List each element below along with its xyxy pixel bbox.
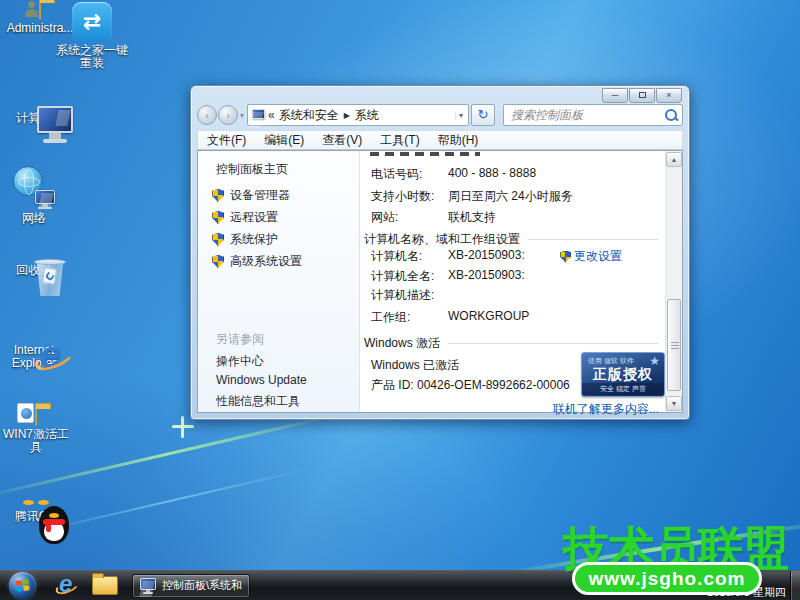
full-name-value: XB-20150903:	[448, 268, 525, 282]
forward-button[interactable]: ›	[218, 105, 238, 125]
phone-label: 电话号码:	[371, 166, 422, 183]
uac-shield-icon	[212, 233, 224, 246]
address-dropdown-icon[interactable]: ▾	[455, 111, 466, 120]
description-label: 计算机描述:	[371, 287, 434, 304]
network-monitor-icon	[35, 190, 57, 208]
system-page-icon	[252, 109, 266, 121]
change-settings-link[interactable]: 更改设置	[574, 248, 622, 265]
menu-view[interactable]: 查看(V)	[313, 132, 371, 149]
taskbar-ie-button[interactable]: e	[50, 573, 84, 599]
change-settings-action[interactable]: 更改设置	[560, 248, 622, 265]
refresh-button[interactable]: ↻	[471, 104, 495, 126]
breadcrumb-separator[interactable]: ▶	[344, 111, 350, 120]
back-button[interactable]: ‹	[197, 105, 217, 125]
computer-name-label: 计算机名:	[371, 248, 422, 265]
ie-icon: e	[55, 574, 79, 598]
online-support-link[interactable]: 联机支持	[448, 209, 496, 226]
scroll-up-icon[interactable]: ▲	[666, 152, 682, 167]
reinstall-app-icon: ⇄	[72, 2, 112, 42]
learn-more-online-link[interactable]: 联机了解更多内容...	[553, 401, 659, 418]
menu-bar: 文件(F) 编辑(E) 查看(V) 工具(T) 帮助(H)	[197, 130, 683, 150]
desktop-icon-internet-explorer[interactable]: e Internet Explorer	[0, 324, 72, 370]
uac-shield-icon	[212, 211, 224, 224]
uac-shield-icon	[212, 189, 224, 202]
system-window: ─ × ‹ › ▾ « 系统和安全 ▶ 系统 ▾ ↻ 搜索控制面板 文件(F) …	[190, 85, 690, 420]
menu-tools[interactable]: 工具(T)	[371, 132, 428, 149]
folder-icon	[92, 576, 118, 595]
scroll-down-icon[interactable]: ▼	[666, 396, 682, 411]
search-placeholder: 搜索控制面板	[511, 107, 664, 124]
desktop-icon-computer[interactable]: 计算机	[0, 92, 72, 125]
support-hours-label: 支持小时数:	[371, 188, 434, 205]
window-body: 控制面板主页 设备管理器 远程设置 系统保护 高级系统设置 另请参阅 操作中心 …	[197, 150, 683, 413]
uac-shield-icon	[560, 251, 571, 263]
computer-name-row: 计算机名: XB-20150903: 更改设置	[360, 248, 657, 264]
sidebar-item-label: 远程设置	[230, 209, 278, 226]
desktop-icon-win7-activator[interactable]: WIN7激活工具	[0, 408, 74, 454]
activation-status: Windows 已激活	[371, 357, 459, 374]
website-label: 网站:	[371, 209, 398, 226]
badge-line1: 使用 微软 软件	[588, 356, 634, 366]
phone-value: 400 - 888 - 8888	[448, 166, 536, 180]
sidebar-item-system-protection[interactable]: 系统保护	[212, 231, 278, 248]
task-button-label: 控制面板\系统和...	[162, 578, 243, 593]
wallpaper-streak	[33, 469, 306, 534]
breadcrumb-security[interactable]: 系统和安全	[279, 107, 339, 124]
icon-label: 网络	[0, 212, 72, 225]
navigation-bar: ‹ › ▾ « 系统和安全 ▶ 系统 ▾ ↻ 搜索控制面板	[197, 103, 683, 127]
website-row: 网站: 联机支持	[360, 209, 657, 225]
section-rule	[448, 343, 659, 344]
sidebar-item-performance-tools[interactable]: 性能信息和工具	[216, 393, 300, 410]
badge-star-icon: ★	[649, 356, 660, 366]
menu-file[interactable]: 文件(F)	[198, 132, 255, 149]
activator-badge-icon	[17, 403, 34, 423]
genuine-software-badge: 使用 微软 软件 ★ 正版授权 安全 稳定 声誉	[581, 352, 665, 397]
desktop-icon-recycle-bin[interactable]: 回收站	[0, 244, 72, 277]
uac-shield-icon	[212, 255, 224, 268]
scrollbar-thumb[interactable]	[667, 299, 681, 391]
main-content: 电话号码: 400 - 888 - 8888 支持小时数: 周日至周六 24小时…	[360, 151, 665, 412]
sidebar-item-windows-update[interactable]: Windows Update	[216, 373, 307, 387]
folder-icon	[35, 407, 37, 426]
sidebar-item-action-center[interactable]: 操作中心	[216, 353, 264, 370]
show-desktop-button[interactable]	[790, 571, 800, 600]
clipped-scrolled-text	[370, 152, 480, 156]
sidebar: 控制面板主页 设备管理器 远程设置 系统保护 高级系统设置 另请参阅 操作中心 …	[198, 151, 360, 412]
sidebar-item-device-manager[interactable]: 设备管理器	[212, 187, 290, 204]
menu-edit[interactable]: 编辑(E)	[255, 132, 313, 149]
icon-label: WIN7激活工具	[0, 428, 74, 454]
search-icon[interactable]	[664, 108, 678, 122]
taskbar-explorer-button[interactable]	[88, 573, 122, 599]
computer-name-section-header: 计算机名称、域和工作组设置	[364, 231, 659, 248]
maximize-button[interactable]	[629, 88, 655, 103]
breadcrumb-system[interactable]: 系统	[355, 107, 379, 124]
computer-description-row: 计算机描述:	[360, 287, 657, 303]
start-button[interactable]	[9, 572, 36, 599]
watermark-url-badge: www.jsgho.com	[572, 562, 762, 595]
sidebar-item-remote-settings[interactable]: 远程设置	[212, 209, 278, 226]
workgroup-row: 工作组: WORKGROUP	[360, 309, 657, 325]
full-name-label: 计算机全名:	[371, 268, 434, 285]
folder-icon	[39, 1, 41, 20]
system-window-icon	[139, 578, 157, 594]
address-bar[interactable]: « 系统和安全 ▶ 系统 ▾	[247, 104, 469, 126]
recent-pages-chevron[interactable]: ▾	[240, 111, 244, 120]
sidebar-item-control-panel-home[interactable]: 控制面板主页	[216, 161, 288, 178]
taskbar-control-panel-task[interactable]: 控制面板\系统和...	[132, 574, 250, 598]
search-box[interactable]: 搜索控制面板	[503, 104, 683, 126]
desktop-icon-network[interactable]: 网络	[0, 166, 72, 225]
wallpaper-sparkle	[172, 416, 194, 438]
vertical-scrollbar[interactable]: ▲ ▼	[665, 151, 682, 412]
desktop-icon-qq[interactable]: 腾讯QQ	[0, 490, 74, 523]
menu-help[interactable]: 帮助(H)	[429, 132, 488, 149]
minimize-button[interactable]: ─	[602, 88, 628, 103]
desktop-icon-xitongzhijia[interactable]: ⇄ 系统之家一键重装	[54, 2, 130, 70]
sidebar-item-label: 设备管理器	[230, 187, 290, 204]
windows-flag-icon	[15, 579, 29, 592]
breadcrumb-laquo[interactable]: «	[268, 108, 275, 122]
close-button[interactable]: ×	[656, 88, 682, 103]
workgroup-value: WORKGROUP	[448, 309, 529, 323]
icon-label: 系统之家一键重装	[54, 44, 130, 70]
sidebar-item-advanced-settings[interactable]: 高级系统设置	[212, 253, 302, 270]
windows-activation-section-header: Windows 激活	[364, 335, 659, 352]
